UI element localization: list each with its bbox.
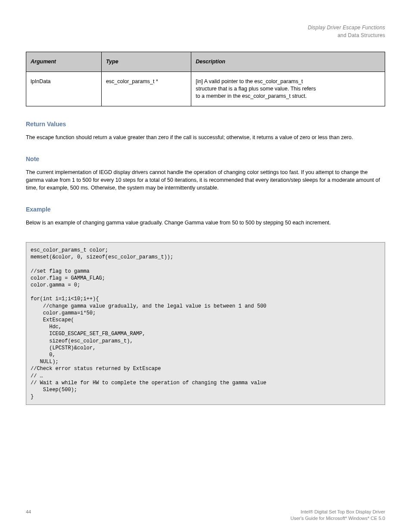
col-header-description: Description <box>191 52 385 72</box>
footer-right-block: Intel® Digital Set Top Box Display Drive… <box>290 509 385 522</box>
example-heading: Example <box>26 205 385 214</box>
col-header-argument: Argument <box>26 52 102 72</box>
page: Display Driver Escape Functions and Data… <box>0 0 411 532</box>
note-body: The current implementation of IEGD displ… <box>26 168 385 192</box>
return-values-body: The escape function should return a valu… <box>26 134 385 141</box>
cell-description: [in] A valid pointer to the esc_color_pa… <box>191 72 385 106</box>
header-line-2: and Data Structures <box>26 32 385 39</box>
return-values-heading: Return Values <box>26 120 385 128</box>
table-row: lpInData esc_color_params_t * [in] A val… <box>26 72 385 106</box>
cell-argument: lpInData <box>26 72 102 106</box>
header-right-block: Display Driver Escape Functions and Data… <box>26 24 385 39</box>
cell-desc-line-3: to a member in the esc_color_params_t st… <box>196 93 380 100</box>
footer-right-line-2: User's Guide for Microsoft* Windows* CE … <box>290 515 385 522</box>
cell-desc-line-1: [in] A valid pointer to the esc_color_pa… <box>196 78 380 85</box>
table-header-row: Argument Type Description <box>26 52 385 72</box>
note-heading: Note <box>26 155 385 163</box>
footer: 44 Intel® Digital Set Top Box Display Dr… <box>26 509 385 522</box>
arguments-table: Argument Type Description lpInData esc_c… <box>26 52 385 106</box>
footer-page-number: 44 <box>26 509 31 522</box>
example-body: Below is an example of changing gamma va… <box>26 219 385 227</box>
footer-right-line-1: Intel® Digital Set Top Box Display Drive… <box>290 509 385 515</box>
header-line-1: Display Driver Escape Functions <box>26 24 385 31</box>
col-header-type: Type <box>101 52 191 72</box>
code-block: esc_color_params_t color; memset(&color,… <box>26 242 385 405</box>
cell-desc-line-2: structure that is a flag plus some value… <box>196 85 380 93</box>
cell-type: esc_color_params_t * <box>101 72 191 106</box>
